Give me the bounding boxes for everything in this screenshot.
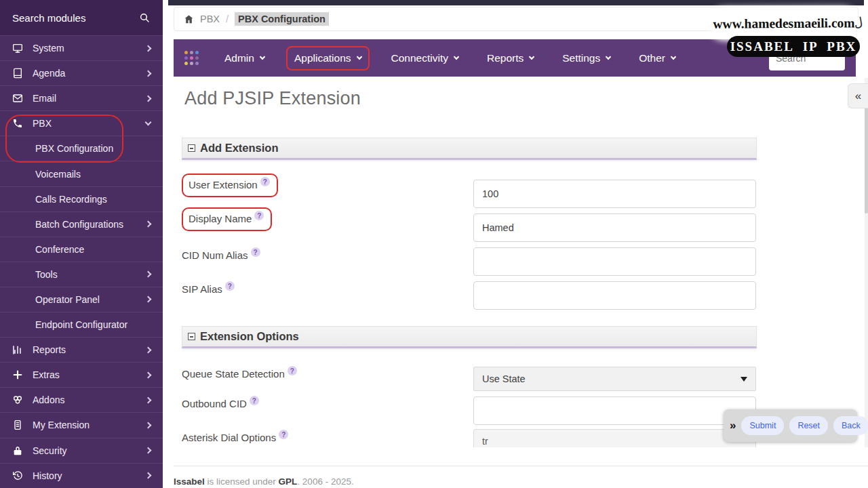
- input-value: tr: [482, 436, 488, 447]
- help-icon[interactable]: ?: [250, 396, 259, 405]
- sidebar-item-addons[interactable]: Addons: [0, 387, 163, 412]
- sidebar-subitem-endpoint-configurator[interactable]: Endpoint Configurator: [0, 312, 163, 337]
- user-extension-input[interactable]: [473, 180, 756, 208]
- sidebar-item-history[interactable]: History: [0, 463, 163, 488]
- asterisk-dial-options-input[interactable]: tr: [473, 429, 756, 447]
- envelope-icon: [12, 93, 24, 104]
- home-icon[interactable]: [184, 14, 194, 24]
- back-button[interactable]: Back: [833, 416, 868, 435]
- footer-license-name[interactable]: GPL: [279, 476, 298, 487]
- sidebar-item-extras[interactable]: Extras: [0, 362, 163, 387]
- help-icon[interactable]: ?: [260, 177, 270, 186]
- bar-chart-icon: [12, 344, 24, 355]
- sidebar-item-label: Agenda: [33, 68, 146, 79]
- chevron-down-icon: [145, 119, 152, 126]
- collapse-section-icon[interactable]: [188, 333, 195, 340]
- sidebar-subitem-calls-recordings[interactable]: Calls Recordings: [0, 186, 163, 211]
- chevron-right-icon: [145, 422, 152, 429]
- breadcrumb-section[interactable]: PBX: [200, 14, 220, 24]
- sidebar-subitem-voicemails[interactable]: Voicemails: [0, 161, 163, 186]
- section-header-extension-options[interactable]: Extension Options: [182, 326, 757, 348]
- display-name-input[interactable]: [473, 214, 756, 242]
- section-header-add-extension[interactable]: Add Extension: [182, 138, 757, 160]
- menu-reports[interactable]: Reports: [480, 47, 540, 69]
- chevron-down-icon: [606, 54, 611, 60]
- sidebar-search-label: Search modules: [12, 12, 85, 24]
- chevron-right-icon: [145, 70, 152, 77]
- sidebar-item-label: Voicemails: [35, 169, 151, 180]
- sip-alias-input[interactable]: [473, 281, 756, 310]
- extension-device-icon: [12, 420, 24, 430]
- breadcrumb-page: PBX Configuration: [235, 12, 329, 26]
- sidebar-subitem-pbx-configuration[interactable]: PBX Configuration: [0, 136, 163, 161]
- sidebar-item-label: Security: [33, 445, 146, 456]
- menu-connectivity[interactable]: Connectivity: [384, 47, 465, 69]
- sidebar-item-system[interactable]: System: [0, 35, 163, 60]
- section-title: Extension Options: [200, 330, 299, 343]
- dropdown-arrow-icon: [741, 377, 747, 382]
- brand-badge-text: ISSABEL IP PBX: [730, 39, 857, 54]
- chevron-right-icon: [145, 447, 152, 454]
- sidebar-item-security[interactable]: Security: [0, 438, 163, 463]
- page-title: Add PJSIP Extension: [184, 88, 361, 109]
- collapse-panel-button[interactable]: «: [848, 83, 868, 108]
- help-icon[interactable]: ?: [225, 281, 235, 291]
- field-label: User Extension: [189, 179, 258, 190]
- search-icon[interactable]: [139, 12, 151, 23]
- submit-button[interactable]: Submit: [741, 416, 784, 435]
- menu-admin[interactable]: Admin: [218, 47, 271, 69]
- label-asterisk-dial-options: Asterisk Dial Options ?: [182, 432, 288, 443]
- selected-option: Use State: [482, 373, 526, 384]
- help-icon[interactable]: ?: [251, 247, 260, 257]
- sidebar-subitem-batch-configurations[interactable]: Batch Configurations: [0, 211, 163, 237]
- footer-years: . 2006 - 2025.: [297, 476, 353, 487]
- label-queue-state-detection: Queue State Detection ?: [182, 368, 297, 380]
- menu-label: Applications: [294, 52, 351, 64]
- menu-settings[interactable]: Settings: [555, 47, 617, 69]
- collapse-section-icon[interactable]: [188, 144, 195, 152]
- outbound-cid-input[interactable]: [473, 396, 756, 425]
- expand-icon[interactable]: »: [730, 419, 736, 432]
- sidebar-item-reports[interactable]: Reports: [0, 337, 163, 362]
- field-label: Display Name: [189, 213, 252, 224]
- sidebar-subitem-tools[interactable]: Tools: [0, 262, 163, 287]
- floating-action-bar: » Submit Reset Back: [724, 409, 857, 442]
- chevron-down-icon: [260, 54, 265, 60]
- menu-label: Reports: [487, 52, 524, 64]
- sidebar-item-label: PBX: [33, 118, 146, 129]
- sidebar-item-email[interactable]: Email: [0, 85, 163, 110]
- sidebar-item-label: Operator Panel: [35, 294, 146, 305]
- phone-icon: [12, 118, 24, 129]
- help-icon[interactable]: ?: [279, 430, 288, 439]
- sidebar-item-my-extension[interactable]: My Extension: [0, 412, 163, 437]
- chevron-right-icon: [145, 45, 152, 52]
- chevron-down-icon: [671, 54, 676, 60]
- help-icon[interactable]: ?: [254, 211, 264, 220]
- section-title: Add Extension: [200, 142, 279, 155]
- menu-label: Settings: [562, 52, 600, 64]
- sidebar-item-agenda[interactable]: Agenda: [0, 60, 163, 85]
- menu-label: Admin: [224, 52, 254, 64]
- menu-other[interactable]: Other: [632, 47, 682, 69]
- apps-grid-icon[interactable]: [184, 51, 199, 65]
- field-label: Asterisk Dial Options: [182, 432, 276, 443]
- lock-icon: [12, 445, 24, 456]
- issabel-brand-badge: ISSABEL IP PBX: [727, 36, 860, 57]
- book-icon: [12, 68, 24, 79]
- sidebar-subitem-conference[interactable]: Conference: [0, 237, 163, 262]
- menu-applications[interactable]: Applications: [286, 46, 370, 70]
- cid-num-alias-input[interactable]: [473, 247, 756, 276]
- breadcrumb-separator: /: [226, 14, 229, 24]
- reset-button[interactable]: Reset: [789, 416, 828, 435]
- sidebar-subitem-operator-panel[interactable]: Operator Panel: [0, 287, 163, 312]
- sidebar-item-label: PBX Configuration: [35, 143, 151, 154]
- sidebar: Search modules System Agenda Email PBX P…: [0, 0, 163, 488]
- footer-text: is licensed under: [205, 476, 279, 487]
- sidebar-item-pbx[interactable]: PBX: [0, 110, 163, 136]
- help-icon[interactable]: ?: [288, 366, 297, 375]
- sidebar-search-header[interactable]: Search modules: [0, 0, 163, 35]
- footer-divider: [174, 466, 868, 466]
- queue-state-detection-select[interactable]: Use State: [473, 367, 756, 391]
- field-label: Queue State Detection: [182, 368, 285, 380]
- sidebar-item-label: Extras: [33, 369, 146, 380]
